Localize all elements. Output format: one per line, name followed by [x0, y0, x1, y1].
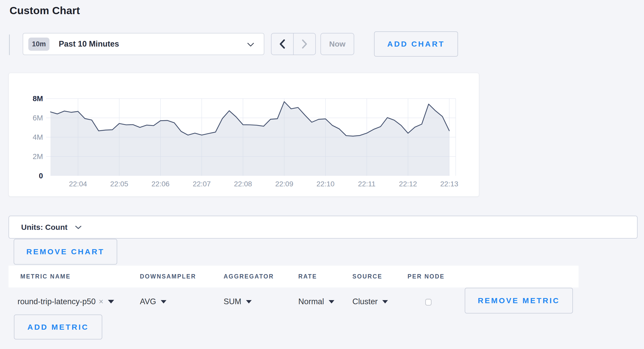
next-time-button[interactable]: [294, 33, 315, 55]
caret-down-icon: [161, 300, 166, 304]
time-range-badge: 10m: [28, 38, 49, 51]
source-dropdown[interactable]: Cluster: [352, 295, 388, 308]
svg-text:8M: 8M: [33, 94, 43, 103]
caret-down-icon: [108, 300, 114, 304]
remove-chart-label: REMOVE CHART: [26, 247, 104, 256]
rate-dropdown[interactable]: Normal: [298, 295, 334, 308]
add-metric-label: ADD METRIC: [27, 323, 89, 331]
add-chart-label: ADD CHART: [387, 40, 445, 48]
now-button-label: Now: [329, 40, 345, 48]
remove-metric-label: REMOVE METRIC: [478, 296, 560, 305]
chevron-down-icon: [247, 43, 254, 48]
clear-metric-icon[interactable]: ×: [99, 297, 103, 306]
remove-chart-button[interactable]: REMOVE CHART: [14, 239, 117, 265]
svg-text:22:06: 22:06: [151, 180, 170, 188]
units-label: Units: Count: [21, 223, 67, 232]
col-header-metric-name: METRIC NAME: [20, 266, 71, 287]
col-header-source: SOURCE: [352, 266, 382, 287]
metric-name-dropdown[interactable]: round-trip-latency-p50 ×: [18, 295, 114, 308]
source-value: Cluster: [352, 297, 378, 306]
svg-text:2M: 2M: [33, 152, 43, 161]
custom-timeseries-chart[interactable]: 8M6M4M2M022:0422:0522:0622:0722:0822:092…: [9, 73, 479, 196]
downsampler-value: AVG: [140, 297, 156, 306]
metrics-table-header: METRIC NAME DOWNSAMPLER AGGREGATOR RATE …: [9, 266, 579, 287]
svg-text:6M: 6M: [33, 114, 43, 122]
svg-text:22:08: 22:08: [234, 180, 252, 188]
units-dropdown[interactable]: Units: Count: [9, 216, 638, 239]
svg-text:22:11: 22:11: [358, 180, 376, 188]
time-step-group: [271, 33, 316, 55]
svg-text:22:10: 22:10: [317, 180, 335, 188]
svg-text:22:09: 22:09: [275, 180, 293, 188]
prev-time-button[interactable]: [272, 33, 294, 55]
chart-card: 8M6M4M2M022:0422:0522:0622:0722:0822:092…: [9, 73, 479, 197]
page-title: Custom Chart: [10, 5, 80, 17]
remove-metric-button[interactable]: REMOVE METRIC: [465, 288, 573, 313]
col-header-per-node: PER NODE: [408, 266, 445, 287]
time-range-dropdown[interactable]: 10m Past 10 Minutes: [23, 33, 264, 55]
add-chart-button[interactable]: ADD CHART: [374, 31, 458, 57]
chevron-down-icon: [75, 226, 81, 230]
metric-name-value: round-trip-latency-p50: [18, 297, 96, 306]
downsampler-dropdown[interactable]: AVG: [140, 295, 166, 308]
svg-text:22:05: 22:05: [110, 180, 128, 188]
add-metric-button[interactable]: ADD METRIC: [14, 315, 102, 339]
caret-down-icon: [246, 300, 252, 304]
caret-down-icon: [382, 300, 388, 304]
aggregator-value: SUM: [224, 297, 241, 306]
rate-value: Normal: [298, 297, 324, 306]
section-divider: [9, 34, 10, 55]
col-header-downsampler: DOWNSAMPLER: [140, 266, 196, 287]
svg-text:22:13: 22:13: [440, 180, 458, 188]
col-header-rate: RATE: [298, 266, 317, 287]
per-node-checkbox[interactable]: [425, 299, 431, 306]
caret-down-icon: [329, 300, 334, 304]
svg-text:4M: 4M: [33, 133, 43, 141]
svg-text:22:12: 22:12: [399, 180, 417, 188]
col-header-aggregator: AGGREGATOR: [224, 266, 274, 287]
chevron-left-icon: [279, 39, 285, 49]
chevron-right-icon: [301, 39, 308, 49]
svg-text:22:07: 22:07: [193, 180, 211, 188]
time-range-label: Past 10 Minutes: [59, 39, 119, 49]
aggregator-dropdown[interactable]: SUM: [224, 295, 252, 308]
now-button[interactable]: Now: [320, 33, 354, 55]
svg-text:0: 0: [39, 172, 43, 180]
svg-text:22:04: 22:04: [69, 180, 87, 188]
